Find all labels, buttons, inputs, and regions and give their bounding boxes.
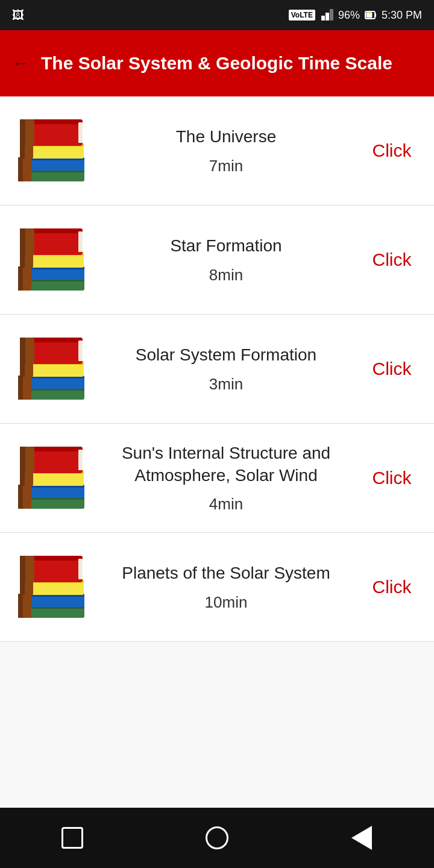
svg-rect-14 <box>18 157 23 171</box>
list-item: Sun's Internal Structure and Atmosphere,… <box>0 424 434 533</box>
app-bar-title: The Solar System & Geologic Time Scale <box>41 52 392 75</box>
volte-badge: VoLTE <box>289 10 315 20</box>
item-duration-1: 7min <box>209 157 243 175</box>
svg-rect-4 <box>375 13 376 17</box>
item-info-2: Star Formation 8min <box>102 235 350 284</box>
app-bar: ← The Solar System & Geologic Time Scale <box>0 30 434 96</box>
back-button[interactable]: ← <box>12 54 29 73</box>
svg-rect-10 <box>18 169 23 181</box>
home-button[interactable] <box>196 817 238 859</box>
item-duration-4: 4min <box>209 495 243 514</box>
svg-rect-54 <box>18 376 23 389</box>
svg-rect-94 <box>18 594 23 607</box>
item-info-5: Planets of the Solar System 10min <box>102 562 350 611</box>
svg-marker-0 <box>321 16 325 20</box>
svg-rect-70 <box>18 497 23 509</box>
signal-icon <box>320 8 333 22</box>
gallery-icon: 🖼 <box>12 8 24 22</box>
svg-marker-1 <box>326 13 329 20</box>
click-button-2[interactable]: Click <box>362 250 422 270</box>
back-nav-icon <box>351 826 372 850</box>
bottom-nav <box>0 808 434 868</box>
svg-marker-2 <box>330 9 333 20</box>
book-icon-1 <box>12 112 90 190</box>
home-icon <box>206 826 228 849</box>
list-item: Solar System Formation 3min Click <box>0 315 434 424</box>
item-title-5: Planets of the Solar System <box>122 562 330 584</box>
list-item: Star Formation 8min Click <box>0 206 434 315</box>
battery-text: 96% <box>338 9 360 22</box>
item-title-2: Star Formation <box>170 235 281 257</box>
book-icon-2 <box>12 221 90 299</box>
status-bar: 🖼 VoLTE 96% 5:30 PM <box>0 0 434 30</box>
item-title-1: The Universe <box>176 126 277 148</box>
book-icon-5 <box>12 548 90 626</box>
click-button-1[interactable]: Click <box>362 140 422 161</box>
book-icon-3 <box>12 330 90 408</box>
svg-rect-30 <box>18 278 23 291</box>
book-icon-4 <box>12 439 90 517</box>
item-info-4: Sun's Internal Structure and Atmosphere,… <box>102 442 350 514</box>
svg-rect-74 <box>18 485 23 498</box>
svg-rect-90 <box>18 606 23 618</box>
content-list: The Universe 7min Click <box>0 96 434 808</box>
item-info-1: The Universe 7min <box>102 126 350 175</box>
click-button-3[interactable]: Click <box>362 359 422 379</box>
recents-icon <box>61 827 83 849</box>
svg-rect-42 <box>20 228 25 255</box>
svg-rect-102 <box>20 556 25 582</box>
click-button-4[interactable]: Click <box>362 468 422 488</box>
svg-rect-22 <box>20 119 25 146</box>
time-text: 5:30 PM <box>382 9 422 22</box>
svg-rect-34 <box>18 266 23 280</box>
item-title-3: Solar System Formation <box>136 344 316 366</box>
back-nav-button[interactable] <box>341 817 383 859</box>
list-item: Planets of the Solar System 10min Click <box>0 533 434 642</box>
item-duration-3: 3min <box>209 375 243 394</box>
item-duration-2: 8min <box>209 266 243 285</box>
item-duration-5: 10min <box>205 593 248 612</box>
svg-rect-82 <box>20 447 25 473</box>
item-info-3: Solar System Formation 3min <box>102 344 350 393</box>
svg-rect-50 <box>18 388 23 400</box>
item-title-4: Sun's Internal Structure and Atmosphere,… <box>102 442 350 486</box>
recents-button[interactable] <box>51 817 93 859</box>
svg-rect-62 <box>20 338 25 364</box>
click-button-5[interactable]: Click <box>362 577 422 597</box>
battery-icon <box>365 9 377 21</box>
list-item: The Universe 7min Click <box>0 96 434 206</box>
